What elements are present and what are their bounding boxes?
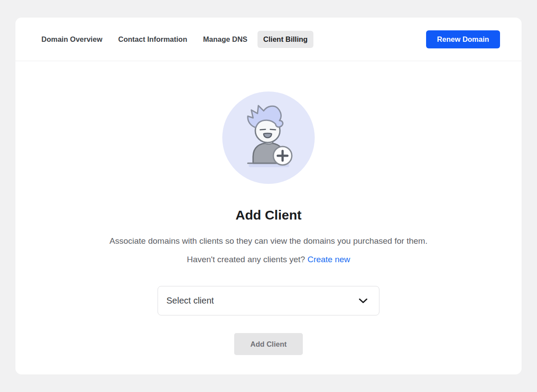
create-client-prompt: Haven't created any clients yet? Create … xyxy=(187,253,350,266)
prompt-text: Haven't created any clients yet? xyxy=(187,255,307,264)
tab-client-billing[interactable]: Client Billing xyxy=(257,31,313,48)
chevron-down-icon xyxy=(359,298,368,304)
domain-management-card: Domain Overview Contact Information Mana… xyxy=(15,18,522,374)
tab-contact-information[interactable]: Contact Information xyxy=(118,35,187,44)
renew-domain-button[interactable]: Renew Domain xyxy=(426,30,500,48)
description-text: Associate domains with clients so they c… xyxy=(110,235,427,247)
add-client-avatar-icon xyxy=(222,92,315,184)
tab-domain-overview[interactable]: Domain Overview xyxy=(41,35,102,44)
client-select-value: Select client xyxy=(166,296,214,306)
create-new-link[interactable]: Create new xyxy=(307,255,350,264)
tab-manage-dns[interactable]: Manage DNS xyxy=(203,35,247,44)
tab-list: Domain Overview Contact Information Mana… xyxy=(41,35,426,44)
client-select[interactable]: Select client xyxy=(158,286,379,315)
page-title: Add Client xyxy=(235,207,302,223)
add-client-button[interactable]: Add Client xyxy=(234,333,303,355)
add-client-panel: Add Client Associate domains with client… xyxy=(15,61,522,355)
tab-bar: Domain Overview Contact Information Mana… xyxy=(15,18,522,61)
